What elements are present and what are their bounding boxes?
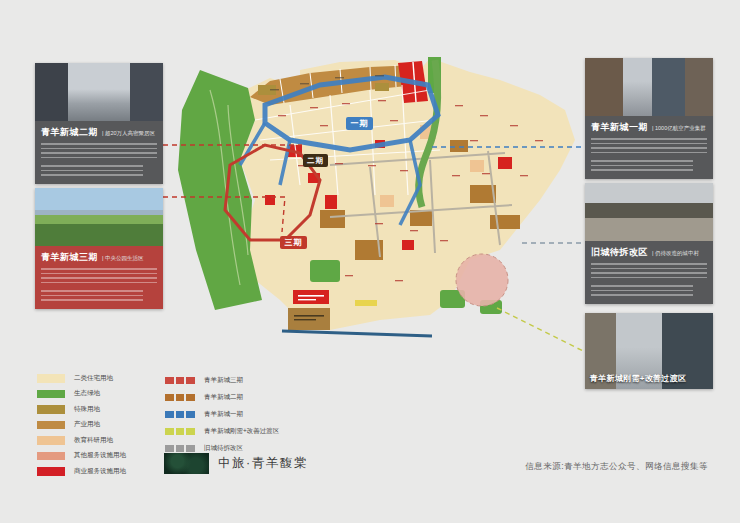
legend-item: 旧城待拆改区 — [165, 444, 279, 453]
photo-oldtown — [585, 183, 713, 241]
legend-line-swatch — [165, 411, 195, 418]
brand-logo-image — [164, 453, 209, 474]
card-phase3-bodytext2 — [41, 290, 143, 302]
map-badge-phase1: 一期 — [346, 117, 373, 130]
card-phase1-bodytext2 — [591, 160, 693, 172]
legend-item: 青羊新城三期 — [165, 376, 279, 385]
legend-line-swatch — [165, 445, 195, 452]
legend-swatch — [37, 374, 65, 383]
legend-label: 商业服务设施用地 — [74, 467, 126, 476]
legend-label: 其他服务设施用地 — [74, 451, 126, 460]
legend-item: 商业服务设施用地 — [37, 467, 126, 476]
card-oldtown-tag: | 仍待改造的城中村 — [652, 250, 699, 257]
photo-transition: 青羊新城刚需+改善过渡区 — [585, 313, 713, 389]
photo-phase1 — [585, 58, 713, 116]
legend-label: 生态绿地 — [74, 389, 100, 398]
legend-label: 二类住宅用地 — [74, 374, 113, 383]
legend-item: 青羊新城一期 — [165, 410, 279, 419]
card-phase2-bodytext2 — [41, 165, 143, 177]
card-phase1-bodytext — [591, 138, 707, 155]
legend-line-swatch — [165, 394, 195, 401]
legend-label: 青羊新城三期 — [204, 376, 243, 385]
card-phase2-title: 青羊新城二期 — [41, 126, 98, 139]
legend-label: 青羊新城一期 — [204, 410, 243, 419]
legend-swatch — [37, 467, 65, 476]
map-badge-phase3: 三期 — [280, 236, 307, 249]
source-note: 信息来源:青羊地方志公众号、网络信息搜集等 — [525, 461, 708, 473]
legend-line-swatch — [165, 377, 195, 384]
card-oldtown-bodytext — [591, 263, 707, 280]
legend-item: 二类住宅用地 — [37, 374, 126, 383]
legend-line-swatch — [165, 428, 195, 435]
legend-zones: 青羊新城三期 青羊新城二期 青羊新城一期 青羊新城刚需+改善过渡区 旧城待拆改区 — [165, 376, 279, 461]
photo-phase3 — [35, 188, 163, 246]
card-phase2: 青羊新城二期 | 超20万人高密聚居区 — [35, 63, 163, 184]
map-badge-phase2: 二期 — [303, 154, 328, 167]
legend-label: 特殊用地 — [74, 405, 100, 414]
poster-canvas: 一期 二期 三期 青羊新城二期 | 超20万人高密聚居区 青羊新城三期 | 中央… — [0, 0, 740, 523]
card-phase1-title: 青羊新城一期 — [591, 121, 648, 134]
card-oldtown-title: 旧城待拆改区 — [591, 246, 648, 259]
legend-item: 青羊新城二期 — [165, 393, 279, 402]
legend-label: 青羊新城二期 — [204, 393, 243, 402]
legend-item: 产业用地 — [37, 421, 126, 430]
card-transition: 青羊新城刚需+改善过渡区 — [585, 313, 713, 389]
card-phase3-title: 青羊新城三期 — [41, 251, 98, 264]
legend-swatch — [37, 405, 65, 414]
legend-swatch — [37, 390, 65, 399]
photo-phase2 — [35, 63, 163, 121]
legend-label: 教育科研用地 — [74, 436, 113, 445]
legend-swatch — [37, 421, 65, 430]
legend-item: 教育科研用地 — [37, 436, 126, 445]
legend-item: 青羊新城刚需+改善过渡区 — [165, 427, 279, 436]
legend-item: 其他服务设施用地 — [37, 452, 126, 461]
legend-swatch — [37, 436, 65, 445]
card-phase3: 青羊新城三期 | 中央公园生活区 — [35, 188, 163, 309]
legend-item: 生态绿地 — [37, 390, 126, 399]
card-phase3-bodytext — [41, 268, 157, 285]
card-transition-title: 青羊新城刚需+改善过渡区 — [590, 373, 686, 384]
card-phase2-tag: | 超20万人高密聚居区 — [102, 130, 155, 137]
legend-label: 青羊新城刚需+改善过渡区 — [204, 427, 279, 436]
card-phase1: 青羊新城一期 | 1000亿航空产业集群 — [585, 58, 713, 179]
legend-label: 旧城待拆改区 — [204, 444, 243, 453]
card-oldtown-bodytext2 — [591, 285, 693, 297]
legend-label: 产业用地 — [74, 420, 100, 429]
card-phase3-tag: | 中央公园生活区 — [102, 255, 143, 262]
card-phase2-bodytext — [41, 143, 157, 160]
brand-row: 中旅·青羊馥棠 — [164, 453, 308, 474]
card-oldtown: 旧城待拆改区 | 仍待改造的城中村 — [585, 183, 713, 304]
legend-item: 特殊用地 — [37, 405, 126, 414]
brand-logo-text: 中旅·青羊馥棠 — [218, 455, 308, 472]
legend-land-use: 二类住宅用地 生态绿地 特殊用地 产业用地 教育科研用地 其他服务设施用地 商业… — [37, 374, 126, 483]
card-phase1-tag: | 1000亿航空产业集群 — [652, 125, 706, 132]
legend-swatch — [37, 452, 65, 461]
